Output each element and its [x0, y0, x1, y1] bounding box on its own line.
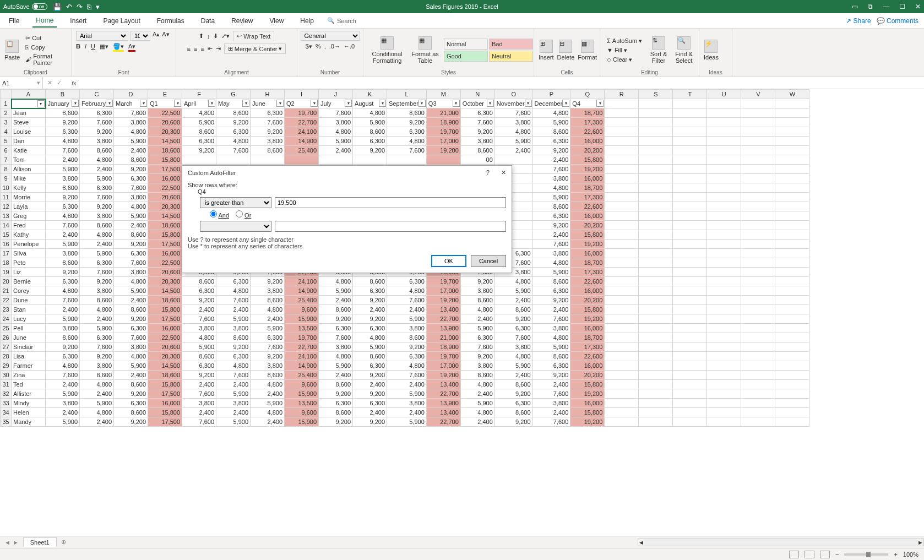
cell[interactable]: 4,800: [387, 137, 427, 146]
cell[interactable]: 3,800: [532, 174, 570, 183]
filter-dropdown-icon[interactable]: ▾: [311, 100, 318, 107]
cell[interactable]: [673, 258, 707, 268]
cell[interactable]: 22,600: [570, 277, 605, 286]
cell[interactable]: 24,100: [285, 277, 319, 286]
cell[interactable]: 18,700: [570, 108, 605, 118]
cell[interactable]: 16,000: [148, 174, 182, 183]
cell[interactable]: 6,300: [532, 361, 570, 371]
cell[interactable]: [639, 99, 673, 108]
cell[interactable]: [775, 174, 809, 183]
cell[interactable]: Jean: [12, 108, 46, 118]
cell[interactable]: [605, 165, 639, 174]
cell[interactable]: Louise: [12, 127, 46, 137]
cell[interactable]: [673, 371, 707, 380]
cell[interactable]: [741, 417, 775, 427]
filter-dropdown-icon[interactable]: ▾: [525, 100, 532, 107]
filter-dropdown-icon[interactable]: ▾: [379, 100, 386, 107]
cell[interactable]: 6,300: [114, 174, 148, 183]
tab-next-icon[interactable]: ►: [13, 539, 19, 546]
align-center-icon[interactable]: ≡: [194, 46, 197, 52]
cell[interactable]: 3,800: [460, 286, 494, 296]
cell[interactable]: [707, 314, 741, 324]
cell[interactable]: 9,200: [460, 352, 494, 361]
sheet-tab[interactable]: Sheet1: [23, 537, 57, 547]
cell[interactable]: 4,800: [80, 380, 114, 389]
cell[interactable]: [639, 118, 673, 127]
cell[interactable]: [673, 165, 707, 174]
cell[interactable]: [639, 314, 673, 324]
cell[interactable]: [775, 305, 809, 314]
cell[interactable]: [605, 221, 639, 230]
row-header[interactable]: 3: [1, 118, 12, 127]
cell[interactable]: 4,800: [114, 202, 148, 211]
account-icon[interactable]: ▭: [852, 3, 858, 10]
cell[interactable]: [605, 258, 639, 268]
cell[interactable]: [707, 249, 741, 258]
cell[interactable]: 9,200: [114, 389, 148, 399]
cell[interactable]: [673, 127, 707, 137]
cell[interactable]: 16,000: [570, 399, 605, 408]
cell[interactable]: [605, 193, 639, 202]
cell[interactable]: 9,200: [494, 389, 532, 399]
cell[interactable]: 8,600: [319, 380, 353, 389]
cell[interactable]: [182, 155, 216, 165]
col-header[interactable]: P: [532, 90, 570, 99]
cell[interactable]: [775, 352, 809, 361]
cell[interactable]: 14,900: [285, 361, 319, 371]
cell[interactable]: [673, 268, 707, 277]
minimize-icon[interactable]: —: [883, 3, 889, 10]
col-header[interactable]: J: [319, 90, 353, 99]
criteria1-value-input[interactable]: [275, 197, 506, 208]
cell[interactable]: [639, 296, 673, 305]
cell[interactable]: Mandy: [12, 417, 46, 427]
cell[interactable]: 5,900: [182, 118, 216, 127]
cell[interactable]: 2,400: [319, 146, 353, 155]
cell[interactable]: [605, 127, 639, 137]
cell[interactable]: 2,400: [319, 371, 353, 380]
cell[interactable]: [775, 417, 809, 427]
cell[interactable]: [639, 165, 673, 174]
cell[interactable]: 19,700: [285, 108, 319, 118]
cell[interactable]: [426, 155, 460, 165]
ribbon-tab-help[interactable]: Help: [297, 15, 317, 27]
cell[interactable]: 5,900: [114, 137, 148, 146]
filter-header-cell[interactable]: July▾: [319, 99, 353, 108]
cell[interactable]: 5,900: [251, 324, 285, 333]
cancel-formula-icon[interactable]: ✕: [47, 79, 52, 86]
cell[interactable]: 4,800: [319, 352, 353, 361]
cell[interactable]: Corey: [12, 286, 46, 296]
cell[interactable]: [707, 371, 741, 380]
cell[interactable]: 6,300: [387, 127, 427, 137]
autosave-toggle[interactable]: AutoSave Off: [3, 3, 47, 10]
cell[interactable]: 8,600: [494, 408, 532, 417]
cell[interactable]: [673, 361, 707, 371]
ribbon-options-icon[interactable]: ⧉: [868, 3, 873, 10]
col-header[interactable]: N: [460, 90, 494, 99]
cell[interactable]: [741, 380, 775, 389]
zoom-in-icon[interactable]: +: [894, 551, 897, 558]
cell[interactable]: Pete: [12, 258, 46, 268]
currency-icon[interactable]: $▾: [306, 43, 312, 50]
cell[interactable]: 6,300: [216, 352, 251, 361]
criteria2-value-input[interactable]: [275, 221, 506, 232]
cell[interactable]: 22,700: [285, 342, 319, 352]
cell[interactable]: [775, 333, 809, 342]
cell[interactable]: 8,600: [46, 333, 80, 342]
col-header[interactable]: D: [114, 90, 148, 99]
and-radio[interactable]: And: [210, 210, 229, 219]
cell[interactable]: [707, 408, 741, 417]
filter-header-cell[interactable]: August▾: [353, 99, 387, 108]
cell[interactable]: 5,900: [46, 389, 80, 399]
cell[interactable]: 22,600: [570, 202, 605, 211]
cell[interactable]: [216, 155, 251, 165]
cell[interactable]: 22,700: [426, 417, 460, 427]
cell[interactable]: 17,300: [570, 193, 605, 202]
cell[interactable]: 19,200: [426, 371, 460, 380]
cell[interactable]: [639, 137, 673, 146]
cell[interactable]: 6,300: [114, 324, 148, 333]
insert-cells-button[interactable]: ⊞Insert: [539, 40, 554, 61]
cell[interactable]: 7,600: [80, 268, 114, 277]
cell[interactable]: [741, 174, 775, 183]
cell[interactable]: 8,600: [182, 352, 216, 361]
cell[interactable]: 8,600: [251, 371, 285, 380]
